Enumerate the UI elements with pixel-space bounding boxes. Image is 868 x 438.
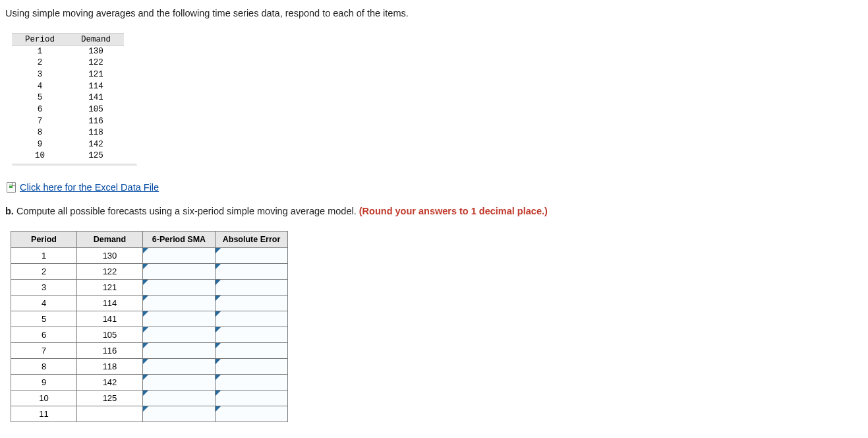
absolute-error-cell: [216, 263, 288, 279]
answer-cell-period: 4: [11, 295, 77, 311]
data-row: 8118: [12, 127, 124, 139]
input-marker-icon: [143, 327, 148, 332]
input-marker-icon: [216, 327, 221, 332]
data-row: 1130: [12, 46, 124, 57]
sma-input[interactable]: [143, 248, 215, 263]
answer-header-sma: 6-Period SMA: [143, 231, 216, 247]
data-cell-period: 7: [12, 116, 68, 128]
question-emphasis: (Round your answers to 1 decimal place.): [359, 206, 548, 216]
table-scroll-indicator: [12, 164, 137, 166]
input-marker-icon: [143, 391, 148, 396]
answer-row: 7116: [11, 342, 288, 358]
excel-file-icon: [7, 182, 16, 193]
sma-cell: [143, 406, 216, 422]
data-cell-demand: 114: [68, 81, 124, 93]
absolute-error-input[interactable]: [216, 406, 287, 422]
answer-cell-demand: 122: [77, 263, 143, 279]
data-row: 2122: [12, 57, 124, 69]
sma-cell: [143, 390, 216, 406]
data-cell-period: 6: [12, 104, 68, 116]
absolute-error-cell: [216, 279, 288, 295]
absolute-error-input[interactable]: [216, 327, 287, 342]
data-cell-period: 4: [12, 81, 68, 93]
answer-table: Period Demand 6-Period SMA Absolute Erro…: [11, 231, 288, 422]
answer-cell-period: 3: [11, 279, 77, 295]
input-marker-icon: [216, 248, 221, 253]
excel-data-link[interactable]: Click here for the Excel Data File: [20, 182, 159, 193]
data-cell-demand: 116: [68, 116, 124, 128]
absolute-error-input[interactable]: [216, 375, 287, 390]
sma-cell: [143, 311, 216, 327]
absolute-error-cell: [216, 311, 288, 327]
absolute-error-cell: [216, 358, 288, 374]
answer-cell-demand: 130: [77, 247, 143, 263]
answer-cell-period: 1: [11, 247, 77, 263]
answer-cell-period: 6: [11, 327, 77, 342]
sma-cell: [143, 263, 216, 279]
absolute-error-input[interactable]: [216, 296, 287, 311]
absolute-error-input[interactable]: [216, 248, 287, 263]
answer-row: 4114: [11, 295, 288, 311]
answer-cell-demand: 114: [77, 295, 143, 311]
sma-input[interactable]: [143, 311, 215, 327]
input-marker-icon: [143, 296, 148, 301]
absolute-error-input[interactable]: [216, 343, 287, 358]
absolute-error-input[interactable]: [216, 311, 287, 327]
answer-cell-demand: 118: [77, 358, 143, 374]
absolute-error-input[interactable]: [216, 391, 287, 406]
answer-cell-period: 10: [11, 390, 77, 406]
answer-cell-period: 8: [11, 358, 77, 374]
input-marker-icon: [143, 343, 148, 348]
data-cell-period: 2: [12, 57, 68, 69]
answer-row: 9142: [11, 374, 288, 390]
sma-input[interactable]: [143, 264, 215, 279]
input-marker-icon: [216, 311, 221, 317]
data-cell-demand: 121: [68, 69, 124, 81]
data-row: 3121: [12, 69, 124, 81]
sma-input[interactable]: [143, 406, 215, 422]
absolute-error-input[interactable]: [216, 264, 287, 279]
sma-input[interactable]: [143, 391, 215, 406]
input-marker-icon: [143, 406, 148, 412]
input-marker-icon: [216, 375, 221, 380]
intro-text: Using simple moving averages and the fol…: [5, 7, 863, 21]
data-cell-period: 9: [12, 139, 68, 151]
absolute-error-cell: [216, 374, 288, 390]
data-cell-demand: 125: [68, 150, 124, 162]
input-marker-icon: [216, 391, 221, 396]
sma-input[interactable]: [143, 296, 215, 311]
answer-cell-demand: 121: [77, 279, 143, 295]
answer-row: 10125: [11, 390, 288, 406]
sma-cell: [143, 327, 216, 342]
answer-cell-demand: 141: [77, 311, 143, 327]
answer-row: 5141: [11, 311, 288, 327]
sma-input[interactable]: [143, 327, 215, 342]
absolute-error-cell: [216, 295, 288, 311]
answer-row: 11: [11, 406, 288, 422]
input-marker-icon: [216, 280, 221, 285]
data-header-period: Period: [12, 33, 68, 46]
data-cell-period: 10: [12, 150, 68, 162]
answer-cell-demand: [77, 406, 143, 422]
question-label: b.: [5, 206, 14, 216]
sma-cell: [143, 295, 216, 311]
sma-input[interactable]: [143, 359, 215, 374]
sma-input[interactable]: [143, 343, 215, 358]
sma-input[interactable]: [143, 375, 215, 390]
answer-row: 2122: [11, 263, 288, 279]
data-cell-period: 8: [12, 127, 68, 139]
data-cell-demand: 122: [68, 57, 124, 69]
absolute-error-input[interactable]: [216, 359, 287, 374]
data-row: 7116: [12, 116, 124, 128]
sma-input[interactable]: [143, 280, 215, 295]
data-row: 9142: [12, 139, 124, 151]
data-row: 10125: [12, 150, 124, 162]
sma-cell: [143, 279, 216, 295]
answer-cell-demand: 142: [77, 374, 143, 390]
sma-cell: [143, 342, 216, 358]
input-marker-icon: [216, 406, 221, 412]
answer-cell-demand: 105: [77, 327, 143, 342]
data-row: 5141: [12, 92, 124, 104]
answer-header-period: Period: [11, 231, 77, 247]
absolute-error-input[interactable]: [216, 280, 287, 295]
